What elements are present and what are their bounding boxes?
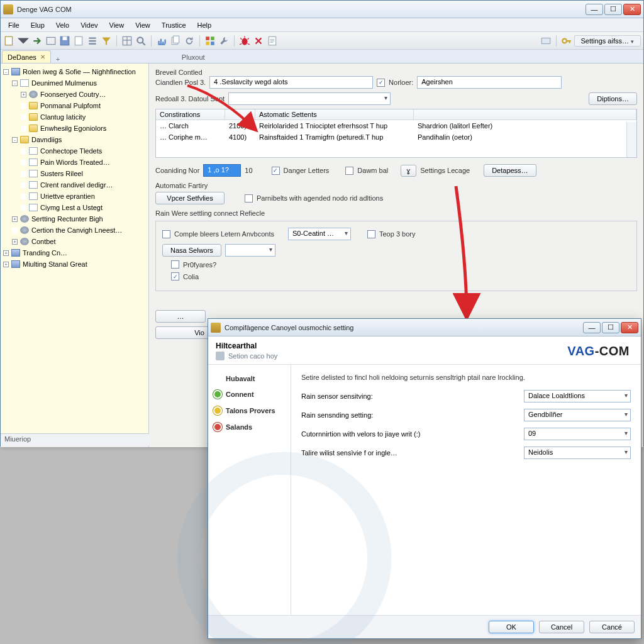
tree-twisty-icon[interactable]: -: [12, 137, 18, 143]
tb-grid-icon[interactable]: [204, 35, 216, 47]
tree-node[interactable]: -Davndiigs: [2, 134, 147, 145]
tree-twisty-icon[interactable]: +: [3, 262, 9, 267]
tree-node[interactable]: Conhectope Tledets: [2, 145, 147, 157]
panel-bottom-button-1[interactable]: …: [155, 310, 206, 323]
menu-elup[interactable]: Elup: [26, 20, 50, 30]
cianden-input[interactable]: 4 .Seslavcity wegd alots: [209, 76, 373, 89]
field-select[interactable]: Gendbílñer: [524, 409, 631, 421]
tb-bug-icon[interactable]: [238, 35, 251, 47]
nav-talons[interactable]: Talons Provers: [212, 402, 287, 419]
nav-hubavalt[interactable]: Hubavalt: [212, 371, 287, 386]
col-constirations[interactable]: Constirations: [156, 109, 225, 119]
tree-twisty-icon[interactable]: +: [12, 239, 18, 245]
cancel-button[interactable]: Cancel: [539, 621, 584, 633]
tree-twisty-icon[interactable]: -: [12, 80, 18, 86]
menu-videv[interactable]: Videv: [75, 20, 103, 30]
tree-node[interactable]: Certion the Canvigh Lneest…: [2, 225, 147, 236]
field-select[interactable]: 09: [524, 428, 631, 440]
col-astomatic[interactable]: Astomatic Settents: [255, 109, 414, 119]
cianden-check[interactable]: [377, 79, 385, 87]
tree-node[interactable]: -Deunimed Mulmenus: [2, 77, 147, 89]
settings-dropdown[interactable]: Settings aifss… ▾: [574, 35, 641, 47]
menu-trustice[interactable]: Trustice: [157, 20, 191, 30]
coaniding-input[interactable]: 1 ,o 1?: [203, 164, 241, 177]
tab-dedanes[interactable]: DeDanes ✕: [2, 50, 51, 63]
teop-check[interactable]: [367, 230, 375, 238]
field-select[interactable]: Dalace Loaldtlions: [524, 390, 631, 402]
tree-node[interactable]: +Sertting Rectunter Bigh: [2, 213, 147, 225]
tree-node[interactable]: Clantug Iaticity: [2, 111, 147, 123]
dialog-maximize-button[interactable]: ☐: [602, 322, 619, 333]
tree-node[interactable]: Ciymg Lest a Ustegt: [2, 202, 147, 213]
listview[interactable]: Constirations Astomatic Settents … Clarc…: [155, 109, 637, 158]
tb-arrow-icon[interactable]: [31, 35, 43, 47]
danger-check[interactable]: [272, 167, 280, 175]
maximize-button[interactable]: ☐: [604, 4, 622, 15]
tree-node[interactable]: Ponmanal Pulpfomt: [2, 100, 147, 111]
nasa-select[interactable]: [225, 244, 275, 257]
tb-copy-icon[interactable]: [169, 35, 182, 47]
tb-key-icon[interactable]: [560, 35, 573, 47]
menu-view1[interactable]: View: [104, 20, 130, 30]
list-vscrollbar[interactable]: [626, 122, 636, 157]
tree-node[interactable]: Uriettve eprantien: [2, 191, 147, 202]
tree-twisty-icon[interactable]: +: [3, 250, 9, 256]
tree-node[interactable]: Pain Wiords Treated…: [2, 157, 147, 168]
tree-twisty-icon[interactable]: +: [12, 216, 18, 222]
menu-file[interactable]: File: [3, 20, 25, 30]
tb-search-icon[interactable]: [135, 35, 147, 47]
dialog-minimize-button[interactable]: —: [583, 322, 601, 333]
minimize-button[interactable]: —: [586, 4, 603, 15]
detapes-button[interactable]: Detapess…: [484, 164, 536, 177]
so-ceatint-select[interactable]: S0-Ceatint …: [288, 228, 351, 240]
menu-help[interactable]: Help: [192, 20, 217, 30]
tree-node[interactable]: -Rolen iweg & Sofie — Nighhfinection: [2, 66, 147, 77]
parnibets-check[interactable]: [245, 194, 253, 203]
tb-save-icon[interactable]: [58, 35, 71, 47]
tree[interactable]: -Rolen iweg & Sofie — Nighhfinection-Deu…: [1, 64, 148, 272]
dialog-close-button[interactable]: ✕: [621, 322, 638, 333]
dawnbal-check[interactable]: [345, 167, 353, 175]
tb-page-icon[interactable]: [72, 35, 85, 47]
tree-twisty-icon[interactable]: +: [21, 92, 26, 97]
list-row[interactable]: … Coriphe m…4100)Rainsftaided 1 Tramigfr…: [156, 131, 636, 143]
tb-module-icon[interactable]: [540, 35, 552, 47]
tree-twisty-icon[interactable]: -: [3, 69, 9, 75]
tree-node[interactable]: +Contbet: [2, 236, 147, 247]
field-select[interactable]: Neidolis: [524, 447, 631, 459]
main-titlebar[interactable]: Denge VAG COM — ☐ ✕: [1, 1, 643, 18]
diptions-button[interactable]: Diptions…: [589, 92, 637, 105]
tab-add[interactable]: +: [52, 55, 64, 63]
gamma-button[interactable]: ɣ: [401, 165, 416, 177]
tb-delete-icon[interactable]: [252, 35, 265, 47]
tree-node[interactable]: +Foonseryed Coutry…: [2, 89, 147, 100]
norloer-input[interactable]: Ageirshen: [417, 76, 562, 89]
col-extra[interactable]: [414, 109, 636, 119]
tb-dropdown-icon[interactable]: [17, 35, 30, 47]
profyares-check[interactable]: [171, 260, 179, 269]
list-row[interactable]: … Clarch2100)Reirlolarided 1 Tniociptet …: [156, 120, 636, 131]
col-num[interactable]: [225, 109, 255, 119]
menu-velo[interactable]: Velo: [51, 20, 74, 30]
list-headers[interactable]: Constirations Astomatic Settents: [156, 109, 636, 120]
nav-connent[interactable]: Connent: [212, 386, 287, 402]
tb-new-icon[interactable]: [3, 35, 16, 47]
cola-check[interactable]: [171, 272, 179, 280]
nav-salands[interactable]: Salands: [212, 419, 287, 435]
cance-button[interactable]: Cancé: [589, 621, 635, 633]
tb-doc-icon[interactable]: [266, 35, 279, 47]
tb-filter-icon[interactable]: [100, 35, 113, 47]
dialog-titlebar[interactable]: Compifàgence Canoyel ousmochic setting —…: [208, 319, 641, 336]
tree-node[interactable]: Susters Rileel: [2, 168, 147, 179]
tab-close-icon[interactable]: ✕: [40, 53, 45, 60]
tb-table-icon[interactable]: [121, 35, 133, 47]
tree-node[interactable]: Clrent randivel dedigr…: [2, 179, 147, 191]
ok-button[interactable]: OK: [489, 621, 534, 633]
tree-node[interactable]: +Miulting Stanal Great: [2, 258, 147, 270]
vper-button[interactable]: Vpcer Setfvlies: [155, 192, 225, 204]
tb-wrench-icon[interactable]: [218, 35, 230, 47]
redoall-select[interactable]: [228, 92, 391, 105]
tb-list-icon[interactable]: [86, 35, 99, 47]
menu-view2[interactable]: View: [130, 20, 155, 30]
tree-node[interactable]: Enwhesilg Egoniolors: [2, 123, 147, 134]
